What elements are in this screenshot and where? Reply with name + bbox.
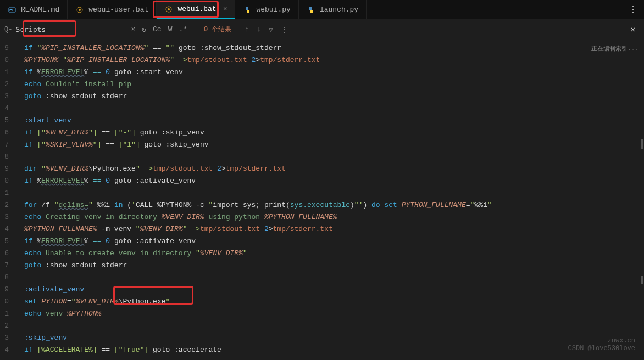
match-case-toggle[interactable]: Cc [153,25,162,33]
more-icon[interactable]: ⋮ [281,25,288,34]
bat-icon [164,5,173,14]
search-input[interactable] [15,25,125,33]
filter-icon[interactable]: ▽ [269,25,273,34]
line-gutter: 90123456789012345678901234 [0,40,11,360]
tab-label: README.md [21,5,59,14]
prev-match-icon[interactable]: ↑ [245,25,249,33]
tab-webui-py[interactable]: webui.py [235,0,298,19]
editor[interactable]: 90123456789012345678901234 if "%PIP_INST… [0,40,644,360]
watermark: znwx.cn CSDN @love530love [568,337,635,352]
indexing-label: 正在编制索引... [591,44,639,53]
refresh-icon[interactable]: ↻ [142,25,146,34]
tab-readme[interactable]: README.md [0,0,68,19]
search-nav: ↑ ↓ ▽ ⋮ [245,25,287,34]
markdown-icon [8,5,16,14]
minimap[interactable]: 正在编制索引... [553,40,644,360]
more-icon[interactable]: ⋮ [622,4,644,15]
clear-icon[interactable]: × [131,25,135,33]
tab-label: webui.bat [177,5,216,13]
search-options: × ↻ Cc W .* [131,25,187,34]
search-prefix: Q- [4,26,12,33]
close-icon[interactable]: × [223,5,227,13]
tab-label: webui.py [256,5,290,14]
bat-icon [75,5,84,14]
regex-toggle[interactable]: .* [179,25,187,33]
python-icon [307,5,315,14]
tab-label: launch.py [320,5,358,14]
tab-label: webui-user.bat [88,5,148,14]
tab-webui-bat[interactable]: webui.bat × [157,0,235,19]
result-count: 0 个结果 [204,25,231,34]
next-match-icon[interactable]: ↓ [257,25,261,33]
code-area[interactable]: if "%PIP_INSTALLER_LOCATION%" == "" goto… [11,40,553,360]
whole-word-toggle[interactable]: W [168,25,173,33]
svg-point-2 [79,9,81,11]
search-bar: Q- × ↻ Cc W .* 0 个结果 ↑ ↓ ▽ ⋮ ✕ [0,19,644,40]
close-search-icon[interactable]: ✕ [626,25,640,34]
python-icon [243,5,252,14]
tab-launch-py[interactable]: launch.py [299,0,367,19]
tab-bar: README.md webui-user.bat webui.bat × web… [0,0,644,19]
svg-point-4 [168,8,170,10]
tab-webui-user-bat[interactable]: webui-user.bat [68,0,157,19]
